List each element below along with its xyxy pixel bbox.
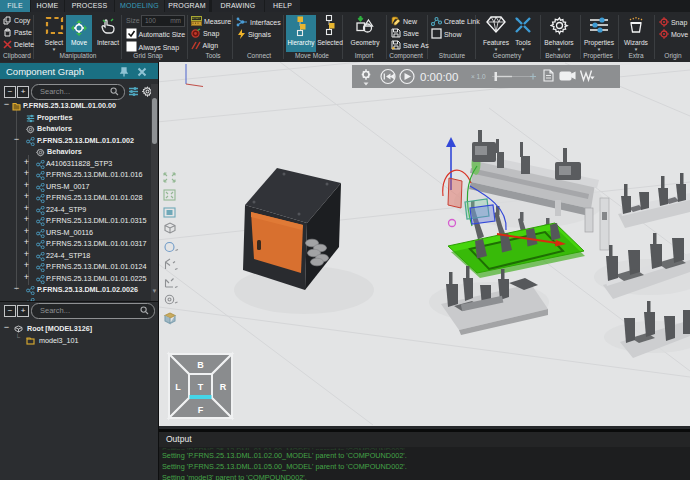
svg-text:× 1.0: × 1.0 — [471, 73, 486, 80]
svg-text:L: L — [175, 382, 181, 392]
svg-text:T: T — [198, 382, 204, 392]
svg-text:0:00:00: 0:00:00 — [420, 71, 458, 83]
svg-text:B: B — [197, 360, 204, 370]
svg-text:F: F — [198, 405, 204, 415]
svg-text:R: R — [220, 382, 227, 392]
